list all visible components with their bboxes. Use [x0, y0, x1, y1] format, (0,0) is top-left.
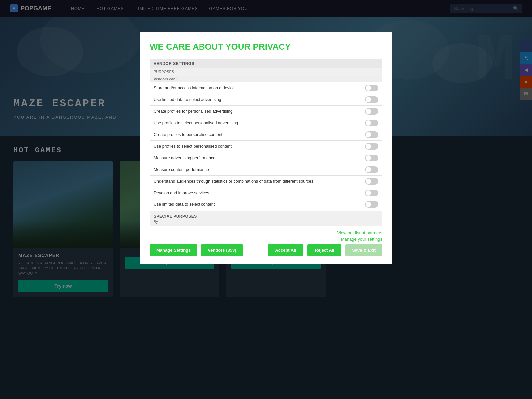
toggle-row-7: Measure content performance [150, 164, 382, 176]
toggle-4[interactable] [365, 131, 378, 138]
purposes-label: PURPOSES [150, 68, 382, 76]
toggle-row-2: Create profiles for personalised adverti… [150, 106, 382, 117]
special-purposes-sub: By [154, 220, 378, 224]
footer-left-buttons: Manage Settings Vendors (853) [150, 244, 243, 256]
toggle-row-0: Store and/or access information on a dev… [150, 82, 382, 94]
toggle-row-10: Use limited data to select content [150, 199, 382, 210]
toggle-label-0: Store and/or access information on a dev… [154, 86, 235, 90]
toggle-row-6: Measure advertising performance [150, 152, 382, 164]
toggle-label-1: Use limited data to select advertising [154, 97, 221, 102]
accept-all-button[interactable]: Accept All [268, 244, 303, 256]
modal-footer: Manage Settings Vendors (853) Accept All… [150, 244, 382, 256]
toggle-1[interactable] [365, 96, 378, 103]
toggle-label-9: Develop and improve services [154, 191, 209, 195]
toggle-label-8: Understand audiences through statistics … [154, 179, 313, 184]
toggle-3[interactable] [365, 120, 378, 126]
toggle-label-10: Use limited data to select content [154, 202, 215, 207]
toggle-10[interactable] [365, 201, 378, 208]
vendor-settings-header: VENDOR SETTINGS [150, 59, 382, 68]
toggle-label-7: Measure content performance [154, 167, 209, 172]
vendors-can-label: Vendors can: [150, 76, 382, 82]
toggle-7[interactable] [365, 166, 378, 173]
toggle-row-4: Create profiles to personalise content [150, 129, 382, 141]
toggle-6[interactable] [365, 155, 378, 161]
toggle-row-5: Use profiles to select personalised cont… [150, 141, 382, 152]
toggle-label-2: Create profiles for personalised adverti… [154, 109, 233, 114]
modal-overlay: WE CARE ABOUT YOUR PRIVACY VENDOR SETTIN… [0, 0, 532, 399]
toggle-label-6: Measure advertising performance [154, 156, 215, 160]
special-purposes-section: SPECIAL PURPOSES By [150, 211, 382, 226]
toggle-row-8: Understand audiences through statistics … [150, 176, 382, 187]
special-purposes-title: SPECIAL PURPOSES [154, 214, 378, 219]
toggle-label-5: Use profiles to select personalised cont… [154, 144, 232, 149]
toggle-0[interactable] [365, 85, 378, 91]
toggle-row-1: Use limited data to select advertising [150, 94, 382, 106]
modal-title: WE CARE ABOUT YOUR PRIVACY [150, 42, 382, 52]
vendors-button[interactable]: Vendors (853) [201, 244, 243, 256]
view-partners-link[interactable]: View our list of partners [337, 230, 382, 235]
reject-all-button[interactable]: Reject All [307, 244, 341, 256]
toggle-9[interactable] [365, 190, 378, 196]
manage-settings-button[interactable]: Manage Settings [150, 244, 197, 256]
toggle-label-4: Create profiles to personalise content [154, 132, 222, 137]
toggle-8[interactable] [365, 178, 378, 185]
footer-right-buttons: Accept All Reject All Save & Exit [268, 244, 382, 256]
toggle-label-3: Use profiles to select personalised adve… [154, 121, 238, 125]
privacy-modal: WE CARE ABOUT YOUR PRIVACY VENDOR SETTIN… [140, 32, 392, 264]
modal-links: View our list of partners Manage your se… [150, 230, 382, 242]
toggle-row-9: Develop and improve services [150, 187, 382, 199]
vendor-settings-section: VENDOR SETTINGS PURPOSES Vendors can: St… [150, 59, 382, 210]
toggle-row-3: Use profiles to select personalised adve… [150, 117, 382, 129]
save-exit-button[interactable]: Save & Exit [345, 244, 382, 256]
toggle-5[interactable] [365, 143, 378, 150]
manage-settings-link[interactable]: Manage your settings [341, 237, 382, 242]
toggle-2[interactable] [365, 108, 378, 115]
